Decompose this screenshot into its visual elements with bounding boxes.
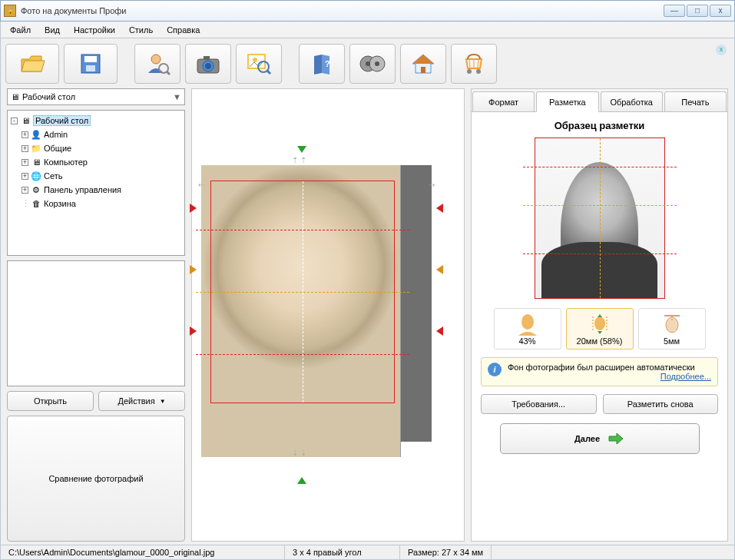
tab-format[interactable]: Формат [472, 91, 535, 111]
svg-point-26 [594, 316, 605, 330]
toolbar-close-icon[interactable]: x [716, 45, 727, 55]
left-chin-marker-icon[interactable] [190, 326, 197, 336]
expand-icon[interactable]: + [22, 173, 28, 180]
toolbar-home-button[interactable] [400, 44, 446, 84]
next-button[interactable]: Далее [500, 423, 700, 454]
title-bar: 🔒 Фото на документы Профи — □ x [0, 0, 735, 22]
menu-settings[interactable]: Настройки [68, 24, 121, 36]
close-button[interactable]: x [710, 5, 731, 17]
app-icon: 🔒 [4, 5, 16, 17]
toolbar-cart-button[interactable] [451, 44, 497, 84]
svg-line-20 [469, 59, 470, 68]
tab-print[interactable]: Печать [664, 91, 727, 111]
expand-icon[interactable]: + [22, 131, 28, 138]
tree-node-network[interactable]: +🌐Сеть [11, 169, 181, 183]
expand-icon[interactable]: + [22, 187, 28, 194]
toolbar-help-button[interactable]: ? [299, 44, 345, 84]
open-button[interactable]: Открыть [7, 391, 94, 411]
menu-style[interactable]: Стиль [123, 24, 159, 36]
menu-view[interactable]: Вид [38, 24, 66, 36]
tree-node-public[interactable]: +📁Общие [11, 141, 181, 155]
tab-processing[interactable]: Обработка [601, 91, 663, 111]
info-icon: i [488, 363, 502, 376]
tree-node-desktop[interactable]: -🖥Рабочий стол [11, 114, 181, 128]
actions-button[interactable]: Действия▼ [98, 391, 185, 411]
folder-tree[interactable]: -🖥Рабочий стол +👤Admin +📁Общие +🖥Компьют… [7, 110, 185, 256]
svg-line-22 [478, 59, 478, 68]
minimize-button[interactable]: — [664, 5, 685, 17]
tab-markup[interactable]: Разметка [536, 91, 598, 112]
svg-rect-1 [84, 56, 97, 62]
window-title: Фото на документы Профи [21, 6, 664, 15]
info-notice: i Фон фотографии был расширен автоматиче… [481, 357, 718, 386]
metric-top-margin[interactable]: 5мм [638, 308, 706, 350]
left-top-marker-icon[interactable] [190, 204, 197, 213]
network-icon: 🌐 [31, 171, 41, 181]
right-chin-marker-icon[interactable] [436, 326, 443, 336]
chevron-down-icon: ▼ [173, 92, 181, 101]
svg-point-3 [151, 55, 161, 64]
expand-icon[interactable]: + [22, 145, 28, 152]
toolbar-camera-button[interactable] [185, 44, 231, 84]
folder-icon: 📁 [31, 143, 41, 154]
sample-top-guide [523, 167, 677, 167]
crop-frame[interactable] [210, 181, 395, 403]
menu-help[interactable]: Справка [161, 24, 206, 36]
svg-point-11 [253, 58, 257, 62]
right-top-marker-icon[interactable] [436, 204, 443, 213]
svg-text:?: ? [325, 59, 330, 68]
toolbar-user-button[interactable] [134, 44, 180, 84]
sample-image [535, 138, 665, 299]
notice-link[interactable]: Подробнее... [508, 372, 711, 381]
tree-node-controlpanel[interactable]: +⚙Панель управления [11, 183, 181, 197]
metric-face-height[interactable]: 20мм (58%) [566, 308, 634, 350]
resize-handle-icon[interactable]: ⇣ ⇣ [292, 449, 306, 457]
toolbar-open-button[interactable] [5, 44, 59, 84]
top-marker-icon[interactable] [297, 146, 306, 153]
top-guide [196, 230, 409, 230]
toolbar: ? x [1, 38, 734, 88]
svg-rect-2 [86, 65, 95, 71]
svg-point-17 [366, 61, 370, 66]
trash-icon: 🗑 [31, 198, 41, 209]
sample-title: Образец разметки [555, 120, 645, 131]
eye-guide [196, 292, 409, 293]
tree-node-trash[interactable]: ⋮🗑Корзина [11, 197, 181, 210]
folder-combo[interactable]: 🖥 Рабочий стол ▼ [7, 88, 185, 105]
requirements-button[interactable]: Требования... [481, 394, 597, 414]
expand-icon[interactable]: + [22, 159, 28, 166]
compare-button[interactable]: Сравнение фотографий [7, 416, 185, 542]
photo-image[interactable] [201, 165, 401, 457]
folder-combo-label: Рабочий стол [22, 92, 75, 101]
toolbar-search-image-button[interactable] [236, 44, 282, 84]
chin-guide [196, 354, 409, 355]
metrics-row: 43% 20мм (58%) 5мм [494, 308, 706, 350]
svg-line-5 [167, 71, 170, 75]
tree-node-admin[interactable]: +👤Admin [11, 128, 181, 141]
toolbar-video-button[interactable] [349, 44, 396, 84]
svg-point-24 [476, 69, 481, 74]
right-eye-marker-icon[interactable] [436, 265, 443, 274]
tree-node-computer[interactable]: +🖥Компьютер [11, 155, 181, 169]
sample-eye-guide [523, 205, 677, 206]
collapse-icon[interactable]: - [11, 118, 18, 124]
metric-face-width[interactable]: 43% [494, 308, 561, 350]
toolbar-save-button[interactable] [64, 44, 118, 84]
resize-handle-icon[interactable]: ⇢ [429, 181, 435, 189]
left-eye-marker-icon[interactable] [190, 265, 197, 274]
resize-handle-icon[interactable]: ⇠ [198, 181, 204, 189]
svg-rect-9 [204, 56, 210, 60]
svg-rect-19 [421, 67, 425, 73]
tab-bar: Формат Разметка Обработка Печать [472, 89, 727, 112]
remark-button[interactable]: Разметить снова [603, 394, 719, 414]
computer-icon: 🖥 [31, 157, 41, 167]
sample-chin-guide [523, 253, 677, 254]
menu-bar: Файл Вид Настройки Стиль Справка [0, 22, 735, 38]
chevron-down-icon: ▼ [160, 398, 166, 405]
bottom-marker-icon[interactable] [297, 477, 306, 484]
photo-editor[interactable]: ⇡ ⇡ ⇣ ⇣ ⇠ ⇢ [191, 88, 465, 542]
svg-point-18 [375, 61, 379, 66]
menu-file[interactable]: Файл [4, 24, 37, 36]
resize-handle-icon[interactable]: ⇡ ⇡ [292, 156, 306, 164]
maximize-button[interactable]: □ [687, 5, 708, 17]
